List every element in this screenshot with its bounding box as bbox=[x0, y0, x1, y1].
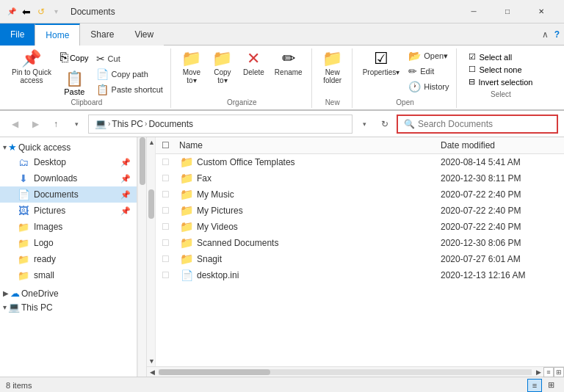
sidebar-item-images[interactable]: 📁 Images bbox=[0, 219, 137, 235]
tiles-view-button[interactable]: ⊞ bbox=[543, 379, 558, 392]
paste-shortcut-button[interactable]: 📋 Paste shortcut bbox=[93, 82, 166, 97]
paste-button[interactable]: 📋 Paste bbox=[57, 68, 92, 98]
file-row[interactable]: ☐ 📁 My Videos 2020-07-22 2:40 PM bbox=[156, 219, 564, 235]
file-name: My Videos bbox=[197, 222, 438, 232]
status-right: ≡ ⊞ bbox=[527, 379, 558, 392]
sidebar-item-downloads[interactable]: ⬇ Downloads 📌 bbox=[0, 170, 137, 186]
recent-locations-button[interactable]: ▾ bbox=[68, 115, 85, 133]
sidebar-item-documents[interactable]: 📄 Documents 📌 bbox=[0, 186, 137, 203]
nav-scrollbar[interactable]: ▲ ▼ bbox=[147, 137, 156, 366]
search-input[interactable] bbox=[418, 119, 551, 129]
quick-access-section[interactable]: ▾ ★ Quick access bbox=[0, 140, 137, 154]
row-checkbox[interactable]: ☐ bbox=[162, 206, 176, 216]
history-button[interactable]: 🕐 History bbox=[405, 79, 452, 94]
h-scroll-left-btn[interactable]: ◀ bbox=[147, 367, 157, 377]
organize-group: 📁 Moveto▾ 📁 Copyto▾ ✕ Delete ✏ Rename Or… bbox=[173, 48, 312, 108]
pin-to-quick-button[interactable]: 📌 Pin to Quickaccess bbox=[7, 48, 56, 87]
delete-button[interactable]: ✕ Delete bbox=[239, 48, 269, 79]
file-row[interactable]: ☐ 📁 My Music 2020-07-22 2:40 PM bbox=[156, 186, 564, 203]
forward-button[interactable]: ▶ bbox=[26, 115, 44, 133]
row-checkbox[interactable]: ☐ bbox=[162, 157, 176, 167]
copy-path-label: Copy path bbox=[112, 70, 148, 79]
paste-shortcut-label: Paste shortcut bbox=[112, 85, 163, 94]
back-button[interactable]: ◀ bbox=[6, 115, 24, 133]
new-folder-button[interactable]: 📁 Newfolder bbox=[318, 48, 347, 87]
sidebar-item-logo[interactable]: 📁 Logo bbox=[0, 235, 137, 251]
tab-view[interactable]: View bbox=[124, 23, 164, 46]
file-row[interactable]: ☐ 📁 Scanned Documents 2020-12-30 8:06 PM bbox=[156, 235, 564, 251]
row-checkbox[interactable]: ☐ bbox=[162, 173, 176, 184]
folder-yellow-icon: 📁 bbox=[179, 173, 194, 184]
onedrive-section[interactable]: ▶ ☁ OneDrive bbox=[0, 286, 137, 300]
tab-share[interactable]: Share bbox=[80, 23, 124, 46]
thispc-section[interactable]: ▾ 💻 This PC bbox=[0, 300, 137, 314]
sidebar-scroll-thumb[interactable] bbox=[140, 137, 145, 185]
invert-selection-button[interactable]: ⊟ Invert selection bbox=[467, 76, 534, 87]
details-view-button[interactable]: ≡ bbox=[527, 379, 542, 392]
row-checkbox[interactable]: ☐ bbox=[162, 189, 176, 200]
copy-path-button[interactable]: 📄 Copy path bbox=[93, 67, 166, 81]
address-path[interactable]: 💻 › This PC › Documents bbox=[88, 115, 352, 134]
row-checkbox[interactable]: ☐ bbox=[162, 222, 176, 232]
view-tiles-button[interactable]: ⊞ bbox=[554, 367, 564, 377]
pin-icon: 📌 bbox=[120, 174, 131, 184]
up-button[interactable]: ↑ bbox=[47, 115, 65, 133]
file-row[interactable]: ☐ 📁 Snagit 2020-07-27 6:01 AM bbox=[156, 251, 564, 267]
sidebar-item-logo-label: Logo bbox=[34, 238, 54, 248]
ribbon-collapse-icon[interactable]: ∧ bbox=[542, 29, 549, 40]
rename-label: Rename bbox=[275, 68, 303, 76]
h-scroll-thumb[interactable] bbox=[159, 369, 270, 375]
edit-button[interactable]: ✏ Edit bbox=[405, 64, 452, 79]
edit-icon: ✏ bbox=[408, 65, 417, 77]
window-title: Documents bbox=[70, 7, 457, 17]
file-row[interactable]: ☐ 📄 desktop.ini 2020-12-13 12:16 AM bbox=[156, 267, 564, 283]
file-row[interactable]: ☐ 📁 My Pictures 2020-07-22 2:40 PM bbox=[156, 203, 564, 219]
tab-file[interactable]: File bbox=[0, 23, 35, 46]
file-row[interactable]: ☐ 📁 Custom Office Templates 2020-08-14 5… bbox=[156, 154, 564, 170]
row-checkbox[interactable]: ☐ bbox=[162, 238, 176, 248]
file-name: Scanned Documents bbox=[197, 238, 438, 248]
h-scroll-right-btn[interactable]: ▶ bbox=[533, 367, 543, 377]
sidebar-item-ready[interactable]: 📁 ready bbox=[0, 251, 137, 267]
path-dropdown-button[interactable]: ▾ bbox=[355, 115, 373, 133]
select-none-button[interactable]: ☐ Select none bbox=[467, 64, 534, 75]
scroll-down-btn[interactable]: ▼ bbox=[147, 356, 155, 366]
select-all-button[interactable]: ☑ Select all bbox=[467, 51, 534, 62]
copy-button[interactable]: ⎘ Copy bbox=[57, 48, 92, 67]
col-date-header[interactable]: Date modified bbox=[441, 140, 558, 150]
sidebar-item-small[interactable]: 📁 small bbox=[0, 267, 137, 283]
file-row[interactable]: ☐ 📁 Fax 2020-12-30 8:11 PM bbox=[156, 170, 564, 186]
view-details-button[interactable]: ≡ bbox=[543, 367, 554, 377]
close-button[interactable]: ✕ bbox=[524, 0, 558, 23]
row-checkbox[interactable]: ☐ bbox=[162, 270, 176, 280]
move-to-button[interactable]: 📁 Moveto▾ bbox=[177, 48, 206, 87]
open-button[interactable]: 📂 Open▾ bbox=[405, 48, 452, 63]
sidebar-item-downloads-label: Downloads bbox=[34, 173, 77, 184]
rename-button[interactable]: ✏ Rename bbox=[270, 48, 307, 79]
scroll-thumb[interactable] bbox=[148, 189, 154, 219]
clipboard-col: ⎘ Copy 📋 Paste bbox=[57, 48, 92, 98]
help-button[interactable]: ? bbox=[554, 29, 560, 40]
scroll-up-btn[interactable]: ▲ bbox=[147, 137, 155, 148]
copy-label: Copy bbox=[70, 54, 89, 62]
path-icon: 💻 bbox=[95, 118, 106, 129]
tab-home[interactable]: Home bbox=[35, 23, 80, 46]
col-name-header[interactable]: Name bbox=[179, 140, 438, 150]
properties-button[interactable]: ☑ Properties▾ bbox=[358, 48, 405, 79]
scroll-track bbox=[147, 148, 155, 356]
cut-button[interactable]: ✂ Cut bbox=[93, 51, 166, 66]
row-checkbox[interactable]: ☐ bbox=[162, 254, 176, 264]
open-label: Open bbox=[358, 98, 452, 108]
copy-to-button[interactable]: 📁 Copyto▾ bbox=[208, 48, 237, 87]
sidebar-item-pictures[interactable]: 🖼 Pictures 📌 bbox=[0, 203, 137, 219]
refresh-button[interactable]: ↻ bbox=[376, 115, 394, 133]
sidebar-item-desktop[interactable]: 🗂 Desktop 📌 bbox=[0, 154, 137, 170]
rename-icon: ✏ bbox=[282, 51, 295, 67]
delete-label: Delete bbox=[243, 68, 264, 76]
maximize-button[interactable]: □ bbox=[491, 0, 524, 23]
minimize-button[interactable]: ─ bbox=[457, 0, 491, 23]
path-this-pc: This PC bbox=[112, 119, 143, 129]
item-count: 8 items bbox=[6, 381, 32, 390]
invert-icon: ⊟ bbox=[469, 77, 475, 87]
sidebar-scrollbar[interactable] bbox=[137, 137, 146, 377]
